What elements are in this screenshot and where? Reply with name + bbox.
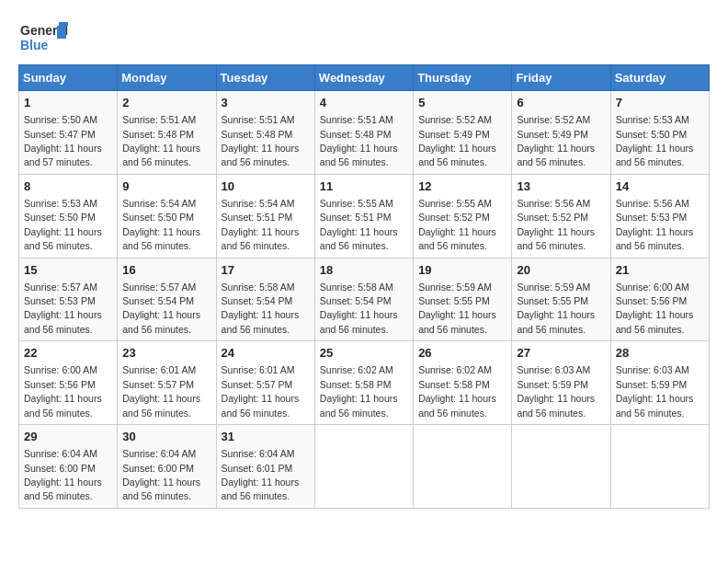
day-number: 18 xyxy=(320,262,408,279)
day-number: 10 xyxy=(222,178,310,195)
svg-text:Blue: Blue xyxy=(20,38,49,52)
day-info: Sunrise: 5:51 AMSunset: 5:48 PMDaylight:… xyxy=(122,114,200,167)
day-number: 17 xyxy=(222,262,310,279)
calendar-cell: 28 Sunrise: 6:03 AMSunset: 5:59 PMDaylig… xyxy=(610,341,709,425)
logo-icon: General Blue xyxy=(18,18,64,55)
calendar-week-5: 29 Sunrise: 6:04 AMSunset: 6:00 PMDaylig… xyxy=(19,425,710,509)
calendar-week-4: 22 Sunrise: 6:00 AMSunset: 5:56 PMDaylig… xyxy=(19,341,710,425)
calendar-cell: 7 Sunrise: 5:53 AMSunset: 5:50 PMDayligh… xyxy=(610,91,709,175)
calendar-cell: 12 Sunrise: 5:55 AMSunset: 5:52 PMDaylig… xyxy=(414,174,512,258)
day-number: 27 xyxy=(517,345,605,362)
calendar-cell: 10 Sunrise: 5:54 AMSunset: 5:51 PMDaylig… xyxy=(216,174,314,258)
day-info: Sunrise: 6:00 AMSunset: 5:56 PMDaylight:… xyxy=(24,364,102,418)
calendar-cell: 25 Sunrise: 6:02 AMSunset: 5:58 PMDaylig… xyxy=(314,341,413,425)
day-info: Sunrise: 5:52 AMSunset: 5:49 PMDaylight:… xyxy=(418,114,496,167)
day-info: Sunrise: 5:53 AMSunset: 5:50 PMDaylight:… xyxy=(616,114,694,167)
day-number: 25 xyxy=(320,345,408,362)
day-number: 4 xyxy=(320,95,408,111)
calendar-cell xyxy=(512,425,610,509)
day-info: Sunrise: 5:50 AMSunset: 5:47 PMDaylight:… xyxy=(24,114,102,167)
calendar-cell: 30 Sunrise: 6:04 AMSunset: 6:00 PMDaylig… xyxy=(118,425,216,509)
day-number: 14 xyxy=(616,178,704,195)
day-number: 11 xyxy=(320,178,408,195)
day-info: Sunrise: 5:52 AMSunset: 5:49 PMDaylight:… xyxy=(517,114,595,167)
calendar-cell: 1 Sunrise: 5:50 AMSunset: 5:47 PMDayligh… xyxy=(19,91,118,175)
day-number: 30 xyxy=(122,429,210,445)
day-info: Sunrise: 6:04 AMSunset: 6:00 PMDaylight:… xyxy=(24,448,102,501)
header-row: SundayMondayTuesdayWednesdayThursdayFrid… xyxy=(19,65,710,91)
header-day-wednesday: Wednesday xyxy=(314,65,413,91)
calendar-cell xyxy=(314,425,413,509)
calendar-cell: 15 Sunrise: 5:57 AMSunset: 5:53 PMDaylig… xyxy=(19,258,118,341)
day-info: Sunrise: 6:02 AMSunset: 5:58 PMDaylight:… xyxy=(320,364,398,418)
logo: General Blue xyxy=(18,18,68,55)
day-number: 16 xyxy=(122,262,210,279)
calendar-cell: 4 Sunrise: 5:51 AMSunset: 5:48 PMDayligh… xyxy=(314,91,413,175)
day-info: Sunrise: 5:53 AMSunset: 5:50 PMDaylight:… xyxy=(24,198,102,251)
day-info: Sunrise: 5:54 AMSunset: 5:50 PMDaylight:… xyxy=(122,198,200,251)
calendar-cell: 29 Sunrise: 6:04 AMSunset: 6:00 PMDaylig… xyxy=(19,425,118,509)
day-info: Sunrise: 5:56 AMSunset: 5:53 PMDaylight:… xyxy=(616,198,694,251)
day-number: 6 xyxy=(517,95,605,111)
day-number: 22 xyxy=(24,345,112,362)
calendar-cell: 23 Sunrise: 6:01 AMSunset: 5:57 PMDaylig… xyxy=(118,341,216,425)
day-number: 13 xyxy=(517,178,605,195)
calendar-cell: 6 Sunrise: 5:52 AMSunset: 5:49 PMDayligh… xyxy=(512,91,610,175)
day-number: 31 xyxy=(222,429,310,445)
calendar-cell: 9 Sunrise: 5:54 AMSunset: 5:50 PMDayligh… xyxy=(118,174,216,258)
header-day-friday: Friday xyxy=(512,65,610,91)
header-day-thursday: Thursday xyxy=(414,65,512,91)
day-number: 8 xyxy=(24,178,112,195)
calendar-week-1: 1 Sunrise: 5:50 AMSunset: 5:47 PMDayligh… xyxy=(19,91,710,175)
day-info: Sunrise: 6:01 AMSunset: 5:57 PMDaylight:… xyxy=(222,364,300,418)
day-number: 28 xyxy=(616,345,704,362)
day-info: Sunrise: 6:04 AMSunset: 6:00 PMDaylight:… xyxy=(122,448,200,501)
day-number: 24 xyxy=(222,345,310,362)
day-info: Sunrise: 5:55 AMSunset: 5:51 PMDaylight:… xyxy=(320,198,398,251)
calendar-cell: 21 Sunrise: 6:00 AMSunset: 5:56 PMDaylig… xyxy=(610,258,709,341)
calendar-cell xyxy=(610,425,709,509)
calendar-week-2: 8 Sunrise: 5:53 AMSunset: 5:50 PMDayligh… xyxy=(19,174,710,258)
day-number: 2 xyxy=(122,95,210,111)
day-number: 20 xyxy=(517,262,605,279)
calendar-cell: 13 Sunrise: 5:56 AMSunset: 5:52 PMDaylig… xyxy=(512,174,610,258)
day-info: Sunrise: 5:59 AMSunset: 5:55 PMDaylight:… xyxy=(418,282,496,335)
day-number: 1 xyxy=(24,95,112,111)
calendar-cell: 19 Sunrise: 5:59 AMSunset: 5:55 PMDaylig… xyxy=(414,258,512,341)
day-info: Sunrise: 5:54 AMSunset: 5:51 PMDaylight:… xyxy=(222,198,300,251)
header-day-monday: Monday xyxy=(118,65,216,91)
calendar-cell: 17 Sunrise: 5:58 AMSunset: 5:54 PMDaylig… xyxy=(216,258,314,341)
day-number: 19 xyxy=(418,262,506,279)
day-number: 23 xyxy=(122,345,210,362)
day-info: Sunrise: 6:00 AMSunset: 5:56 PMDaylight:… xyxy=(616,282,694,335)
day-info: Sunrise: 5:55 AMSunset: 5:52 PMDaylight:… xyxy=(418,198,496,251)
svg-marker-3 xyxy=(59,22,68,26)
calendar-cell: 24 Sunrise: 6:01 AMSunset: 5:57 PMDaylig… xyxy=(216,341,314,425)
day-info: Sunrise: 6:01 AMSunset: 5:57 PMDaylight:… xyxy=(122,364,200,418)
day-info: Sunrise: 6:03 AMSunset: 5:59 PMDaylight:… xyxy=(517,364,595,418)
calendar-cell: 27 Sunrise: 6:03 AMSunset: 5:59 PMDaylig… xyxy=(512,341,610,425)
header-day-tuesday: Tuesday xyxy=(216,65,314,91)
day-info: Sunrise: 5:58 AMSunset: 5:54 PMDaylight:… xyxy=(320,282,398,335)
calendar-cell: 26 Sunrise: 6:02 AMSunset: 5:58 PMDaylig… xyxy=(414,341,512,425)
day-info: Sunrise: 6:04 AMSunset: 6:01 PMDaylight:… xyxy=(222,448,300,501)
calendar-cell: 14 Sunrise: 5:56 AMSunset: 5:53 PMDaylig… xyxy=(610,174,709,258)
calendar-cell: 11 Sunrise: 5:55 AMSunset: 5:51 PMDaylig… xyxy=(314,174,413,258)
day-number: 21 xyxy=(616,262,704,279)
day-info: Sunrise: 6:03 AMSunset: 5:59 PMDaylight:… xyxy=(616,364,694,418)
day-info: Sunrise: 5:58 AMSunset: 5:54 PMDaylight:… xyxy=(222,282,300,335)
day-number: 29 xyxy=(24,429,112,445)
calendar-cell: 18 Sunrise: 5:58 AMSunset: 5:54 PMDaylig… xyxy=(314,258,413,341)
day-number: 26 xyxy=(418,345,506,362)
calendar-cell: 16 Sunrise: 5:57 AMSunset: 5:54 PMDaylig… xyxy=(118,258,216,341)
calendar-cell: 20 Sunrise: 5:59 AMSunset: 5:55 PMDaylig… xyxy=(512,258,610,341)
calendar-header: SundayMondayTuesdayWednesdayThursdayFrid… xyxy=(19,65,710,91)
calendar-body: 1 Sunrise: 5:50 AMSunset: 5:47 PMDayligh… xyxy=(19,91,710,509)
header-day-sunday: Sunday xyxy=(19,65,118,91)
calendar-cell: 8 Sunrise: 5:53 AMSunset: 5:50 PMDayligh… xyxy=(19,174,118,258)
page-header: General Blue xyxy=(18,18,710,55)
day-info: Sunrise: 5:57 AMSunset: 5:54 PMDaylight:… xyxy=(122,282,200,335)
calendar-cell: 5 Sunrise: 5:52 AMSunset: 5:49 PMDayligh… xyxy=(414,91,512,175)
svg-marker-2 xyxy=(57,26,66,39)
day-number: 7 xyxy=(616,95,704,111)
